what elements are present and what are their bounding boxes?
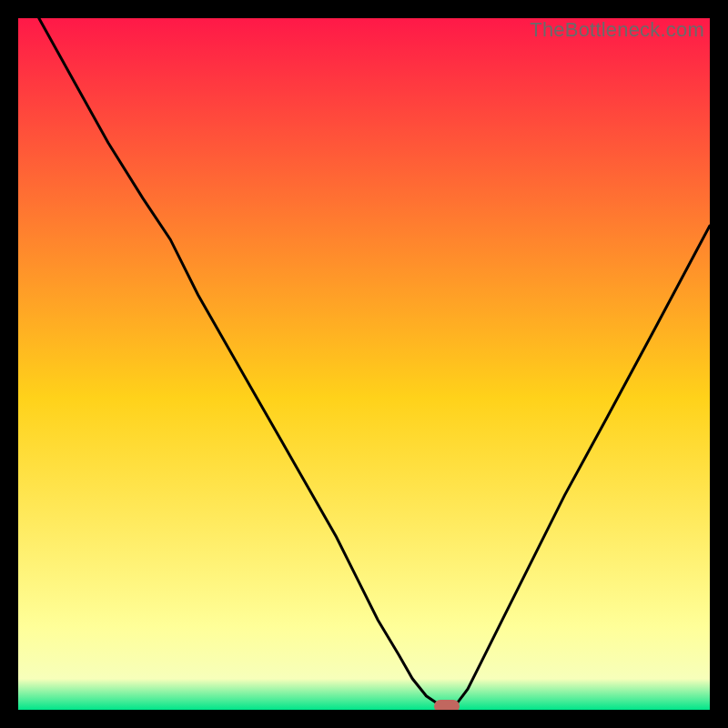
chart-frame: TheBottleneck.com <box>0 0 728 728</box>
chart-svg <box>18 18 710 710</box>
minimum-marker <box>434 700 460 710</box>
watermark-text: TheBottleneck.com <box>530 18 704 42</box>
plot-area: TheBottleneck.com <box>18 18 710 710</box>
gradient-background <box>18 18 710 710</box>
